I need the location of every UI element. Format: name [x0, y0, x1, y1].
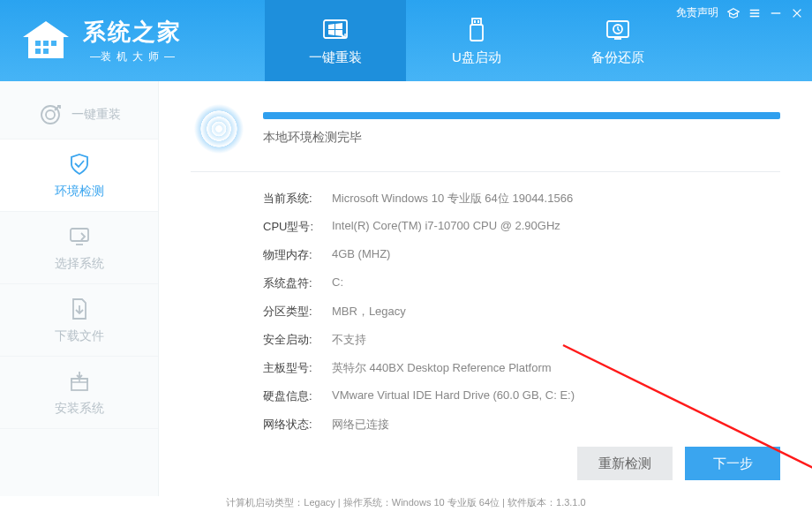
sidebar-item-label: 下载文件 — [55, 328, 104, 344]
info-label: 当前系统: — [263, 191, 332, 207]
svg-rect-3 — [35, 49, 41, 54]
sidebar-item-2[interactable]: 选择系统 — [0, 212, 158, 284]
detect-header: 本地环境检测完毕 — [191, 101, 780, 172]
sidebar-item-3[interactable]: 下载文件 — [0, 284, 158, 357]
svg-rect-2 — [51, 41, 56, 46]
svg-rect-14 — [71, 229, 88, 241]
sidebar-item-label: 安装系统 — [55, 401, 104, 417]
sidebar-item-4[interactable]: 安装系统 — [0, 357, 158, 429]
svg-rect-4 — [43, 49, 49, 54]
info-value: 网络已连接 — [332, 417, 389, 433]
logo-title: 系统之家 — [83, 17, 182, 48]
info-value: Intel(R) Core(TM) i7-10700 CPU @ 2.90GHz — [332, 219, 560, 235]
svg-rect-7 — [470, 25, 483, 41]
graduation-icon[interactable] — [727, 7, 740, 19]
status-bar: 计算机启动类型：Legacy | 操作系统：Windows 10 专业版 64位… — [0, 496, 812, 512]
info-label: 分区类型: — [263, 304, 332, 320]
backup-icon — [604, 16, 632, 44]
next-button[interactable]: 下一步 — [685, 447, 780, 480]
minimize-icon[interactable] — [770, 7, 782, 19]
info-label: 主板型号: — [263, 360, 332, 376]
logo-area: 系统之家 装机大师 — [0, 17, 265, 64]
main-panel: 本地环境检测完毕 当前系统:Microsoft Windows 10 专业版 6… — [159, 81, 812, 496]
info-row-3: 系统盘符:C: — [263, 269, 780, 297]
detect-right: 本地环境检测完毕 — [263, 112, 780, 146]
detect-status: 本地环境检测完毕 — [263, 130, 780, 146]
shield-check-icon — [67, 152, 92, 177]
svg-rect-0 — [35, 41, 41, 46]
svg-rect-1 — [43, 41, 49, 46]
app-header: 系统之家 装机大师 一键重装U盘启动备份还原 免责声明 — [0, 0, 812, 81]
top-tab-1[interactable]: U盘启动 — [406, 0, 547, 81]
house-logo-icon — [19, 19, 72, 62]
info-row-2: 物理内存:4GB (MHZ) — [263, 241, 780, 269]
sidebar: 一键重装环境检测选择系统下载文件安装系统 — [0, 81, 159, 496]
info-row-7: 硬盘信息:VMware Virtual IDE Hard Drive (60.0… — [263, 382, 780, 410]
info-row-1: CPU型号:Intel(R) Core(TM) i7-10700 CPU @ 2… — [263, 213, 780, 241]
target-icon — [38, 102, 63, 127]
svg-rect-6 — [472, 19, 481, 25]
info-rows: 当前系统:Microsoft Windows 10 专业版 64位 19044.… — [191, 172, 780, 439]
info-value: 不支持 — [332, 332, 366, 348]
windows-reinstall-icon — [321, 16, 350, 44]
close-icon[interactable] — [791, 7, 803, 19]
radar-icon — [191, 101, 247, 157]
usb-icon — [462, 16, 491, 44]
action-bar: 重新检测 下一步 — [577, 447, 780, 480]
top-tab-2[interactable]: 备份还原 — [547, 0, 688, 81]
monitor-arrow-icon — [67, 224, 92, 249]
info-value: 4GB (MHZ) — [332, 247, 390, 263]
info-label: CPU型号: — [263, 219, 332, 235]
info-value: VMware Virtual IDE Hard Drive (60.0 GB, … — [332, 388, 575, 404]
info-value: MBR，Legacy — [332, 304, 406, 320]
info-label: 物理内存: — [263, 247, 332, 263]
top-tab-label: 备份还原 — [591, 49, 644, 66]
sidebar-item-label: 环境检测 — [55, 184, 104, 200]
info-label: 网络状态: — [263, 417, 332, 433]
svg-rect-8 — [474, 20, 476, 23]
info-value: 英特尔 440BX Desktop Reference Platform — [332, 360, 552, 376]
body-area: 一键重装环境检测选择系统下载文件安装系统 本地环境检测完毕 当前系统:Micro… — [0, 81, 812, 496]
top-tab-0[interactable]: 一键重装 — [265, 0, 406, 81]
sidebar-item-label: 选择系统 — [55, 256, 104, 272]
info-row-0: 当前系统:Microsoft Windows 10 专业版 64位 19044.… — [263, 184, 780, 213]
sidebar-item-1[interactable]: 环境检测 — [0, 139, 158, 212]
sidebar-item-label: 一键重装 — [71, 107, 121, 123]
info-value: Microsoft Windows 10 专业版 64位 19044.1566 — [332, 191, 573, 207]
recheck-button[interactable]: 重新检测 — [577, 447, 673, 480]
info-row-8: 网络状态:网络已连接 — [263, 410, 780, 439]
info-row-6: 主板型号:英特尔 440BX Desktop Reference Platfor… — [263, 354, 780, 382]
info-row-5: 安全启动:不支持 — [263, 326, 780, 354]
top-tab-label: 一键重装 — [309, 49, 362, 66]
logo-subtitle: 装机大师 — [83, 49, 182, 64]
window-controls: 免责声明 — [676, 5, 803, 20]
info-value: C: — [332, 275, 343, 291]
svg-point-13 — [46, 110, 55, 119]
info-label: 系统盘符: — [263, 275, 332, 291]
info-label: 硬盘信息: — [263, 388, 332, 404]
disclaimer-link[interactable]: 免责声明 — [676, 5, 718, 20]
progress-bar — [263, 112, 780, 119]
info-row-4: 分区类型:MBR，Legacy — [263, 297, 780, 326]
info-label: 安全启动: — [263, 332, 332, 348]
svg-rect-9 — [477, 20, 479, 23]
sidebar-item-0[interactable]: 一键重装 — [0, 90, 158, 139]
file-download-icon — [67, 297, 92, 321]
menu-icon[interactable] — [748, 7, 761, 19]
box-down-icon — [67, 369, 92, 394]
top-tab-label: U盘启动 — [452, 49, 501, 66]
logo-text: 系统之家 装机大师 — [83, 17, 182, 64]
